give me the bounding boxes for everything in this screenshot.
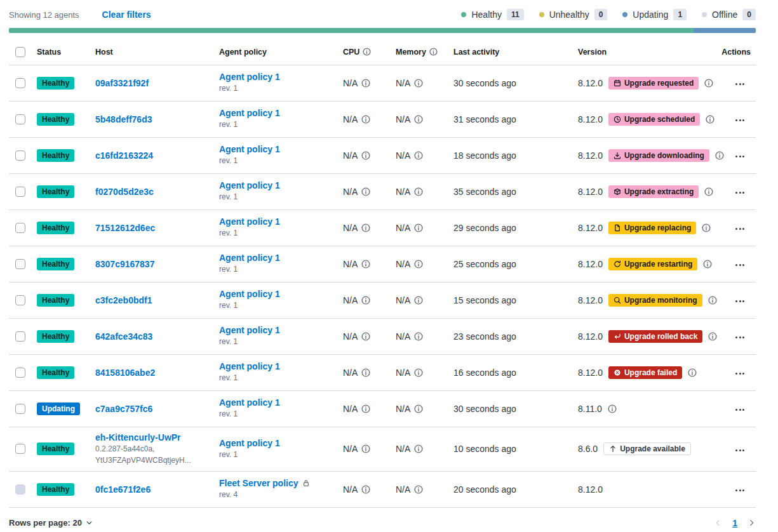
policy-link[interactable]: Agent policy 1 — [219, 180, 280, 190]
upgrade-info-icon[interactable] — [703, 260, 712, 269]
legend-item-unhealthy[interactable]: Unhealthy0 — [539, 9, 608, 20]
row-actions-button[interactable] — [733, 152, 747, 161]
row-actions-button[interactable] — [733, 224, 747, 234]
info-icon — [414, 296, 423, 305]
memory-info-icon[interactable] — [414, 79, 423, 88]
host-link[interactable]: 642afce34c83 — [95, 331, 152, 342]
cpu-info-icon[interactable] — [361, 79, 370, 88]
upgrade-info-icon[interactable] — [715, 151, 724, 160]
pagination-prev-button[interactable] — [714, 519, 722, 527]
cpu-info-icon[interactable] — [361, 332, 370, 341]
policy-link[interactable]: Agent policy 1 — [219, 361, 280, 371]
host-link[interactable]: 0fc1e671f2e6 — [95, 484, 151, 495]
memory-header-info-icon[interactable] — [429, 48, 438, 56]
cpu-info-icon[interactable] — [361, 444, 370, 453]
row-checkbox[interactable] — [15, 259, 25, 269]
upgrade-info-icon[interactable] — [704, 187, 713, 196]
row-actions-button[interactable] — [733, 486, 747, 495]
upgrade-status-badge: Upgrade downloading — [608, 149, 709, 162]
cpu-info-icon[interactable] — [361, 187, 370, 196]
memory-value: N/A — [396, 223, 410, 233]
legend-item-offline[interactable]: Offline0 — [702, 9, 756, 20]
policy-link[interactable]: Agent policy 1 — [219, 253, 280, 263]
legend-item-healthy[interactable]: Healthy11 — [461, 9, 523, 20]
upgrade-info-icon[interactable] — [708, 332, 717, 341]
policy-link[interactable]: Agent policy 1 — [219, 325, 280, 335]
policy-link[interactable]: Agent policy 1 — [219, 216, 280, 227]
host-link[interactable]: eh-Kittencurly-UwPr — [95, 432, 181, 442]
memory-info-icon[interactable] — [414, 485, 423, 494]
pagination-next-button[interactable] — [748, 519, 756, 527]
host-link[interactable]: 8307c9167837 — [95, 259, 154, 269]
upgrade-info-icon[interactable] — [702, 223, 711, 232]
row-checkbox[interactable] — [15, 150, 25, 161]
host-link[interactable]: 71512612d6ec — [95, 223, 155, 233]
cpu-info-icon[interactable] — [361, 404, 370, 413]
memory-info-icon[interactable] — [414, 332, 423, 341]
row-actions-button[interactable] — [733, 188, 747, 197]
memory-info-icon[interactable] — [414, 187, 423, 196]
host-link[interactable]: 09af3321f92f — [95, 78, 149, 88]
row-checkbox[interactable] — [15, 187, 25, 197]
row-actions-button[interactable] — [733, 116, 747, 125]
cpu-info-icon[interactable] — [361, 368, 370, 377]
host-link[interactable]: 5b48deff76d3 — [95, 114, 152, 124]
memory-info-icon[interactable] — [414, 404, 423, 413]
row-actions-button[interactable] — [733, 296, 747, 306]
memory-info-icon[interactable] — [414, 296, 423, 305]
row-checkbox[interactable] — [15, 368, 25, 378]
row-actions-button[interactable] — [733, 369, 747, 378]
memory-info-icon[interactable] — [414, 260, 423, 269]
memory-info-icon[interactable] — [414, 115, 423, 124]
info-icon — [703, 260, 712, 269]
memory-info-icon[interactable] — [414, 444, 423, 453]
upgrade-info-icon[interactable] — [704, 79, 713, 88]
row-actions-button[interactable] — [733, 405, 747, 415]
cpu-header-info-icon[interactable] — [363, 48, 371, 56]
policy-link[interactable]: Agent policy 1 — [219, 289, 280, 299]
row-checkbox[interactable] — [15, 223, 25, 233]
policy-link[interactable]: Agent policy 1 — [219, 108, 280, 118]
cpu-info-icon[interactable] — [361, 151, 370, 160]
policy-link[interactable]: Agent policy 1 — [219, 144, 280, 154]
policy-link[interactable]: Agent policy 1 — [219, 438, 280, 448]
policy-link[interactable]: Agent policy 1 — [219, 72, 280, 82]
cpu-info-icon[interactable] — [361, 223, 370, 232]
row-checkbox[interactable] — [15, 444, 25, 454]
select-all-checkbox[interactable] — [15, 47, 25, 57]
info-icon — [688, 368, 697, 377]
cpu-info-icon[interactable] — [361, 115, 370, 124]
rows-per-page-button[interactable]: Rows per page: 20 — [9, 518, 93, 528]
row-actions-button[interactable] — [733, 79, 747, 89]
clear-filters-button[interactable]: Clear filters — [102, 10, 151, 20]
upgrade-info-icon[interactable] — [608, 404, 617, 413]
cpu-info-icon[interactable] — [361, 296, 370, 305]
memory-value: N/A — [396, 484, 410, 495]
memory-info-icon[interactable] — [414, 368, 423, 377]
memory-info-icon[interactable] — [414, 223, 423, 232]
cpu-info-icon[interactable] — [361, 260, 370, 269]
pagination-page-1[interactable]: 1 — [732, 518, 737, 528]
row-checkbox[interactable] — [15, 114, 25, 124]
host-link[interactable]: f0270d5d2e3c — [95, 187, 154, 197]
host-link[interactable]: 84158106abe2 — [95, 368, 155, 378]
row-actions-button[interactable] — [733, 260, 747, 270]
legend-item-updating[interactable]: Updating1 — [622, 9, 687, 20]
host-link[interactable]: c16fd2163224 — [95, 150, 153, 161]
upgrade-info-icon[interactable] — [706, 115, 714, 124]
policy-link[interactable]: Agent policy 1 — [219, 397, 280, 408]
row-checkbox[interactable] — [15, 78, 25, 88]
row-checkbox[interactable] — [15, 331, 25, 342]
policy-link[interactable]: Fleet Server policy — [219, 478, 298, 488]
row-checkbox[interactable] — [15, 404, 25, 414]
cpu-info-icon[interactable] — [361, 485, 370, 494]
upgrade-info-icon[interactable] — [688, 368, 697, 377]
info-icon — [361, 151, 370, 160]
memory-info-icon[interactable] — [414, 151, 423, 160]
upgrade-info-icon[interactable] — [708, 296, 717, 305]
row-checkbox[interactable] — [15, 295, 25, 305]
row-actions-button[interactable] — [733, 333, 747, 342]
host-link[interactable]: c7aa9c757fc6 — [95, 404, 152, 414]
row-actions-button[interactable] — [733, 446, 747, 455]
host-link[interactable]: c3fc2eb0bdf1 — [95, 295, 152, 305]
